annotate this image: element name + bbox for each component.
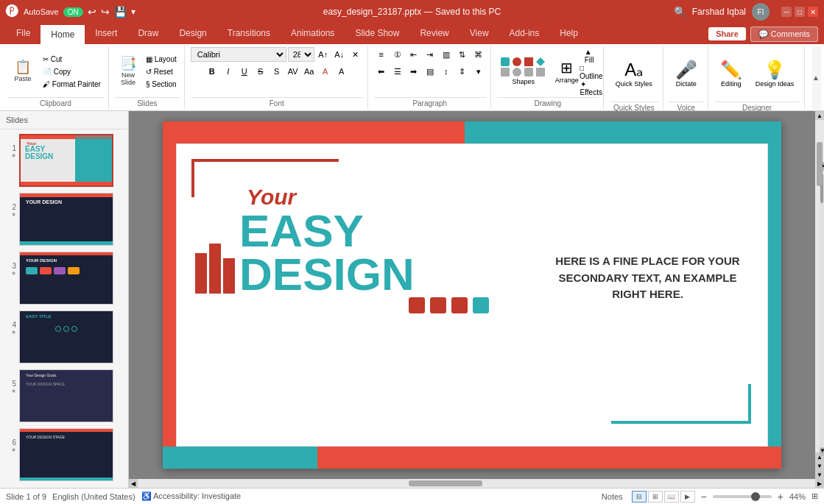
shadow-btn[interactable]: S <box>270 64 284 79</box>
presenter-view-btn[interactable]: ▶ <box>680 491 695 503</box>
font-case-btn[interactable]: Aa <box>302 64 317 79</box>
tab-animations[interactable]: Animations <box>281 24 345 44</box>
quick-access-more[interactable]: ▾ <box>131 7 135 17</box>
search-icon[interactable]: 🔍 <box>674 6 686 18</box>
tab-view[interactable]: View <box>459 24 499 44</box>
tab-file[interactable]: File <box>6 24 41 44</box>
tab-insert[interactable]: Insert <box>85 24 127 44</box>
hscroll-right-btn[interactable]: ▶ <box>815 479 824 488</box>
slide-item[interactable]: 1 ★ Your EASYDESIGN <box>3 132 125 188</box>
editing-button[interactable]: ✏️ Editing <box>714 47 748 100</box>
outdent-btn[interactable]: ⇤ <box>406 47 421 62</box>
tab-design[interactable]: Design <box>169 24 216 44</box>
highlight-btn[interactable]: A <box>334 64 349 79</box>
canvas-scroll-btn3[interactable]: ▼ <box>815 461 824 470</box>
bold-btn[interactable]: B <box>205 64 219 79</box>
comments-button[interactable]: 💬 Comments <box>750 26 818 42</box>
restore-button[interactable]: □ <box>795 7 805 17</box>
strikethrough-btn[interactable]: S <box>253 64 268 79</box>
reset-button[interactable]: ↺ Reset <box>143 66 180 77</box>
shape-fill-btn[interactable]: ▲ Fill <box>584 49 599 63</box>
copy-button[interactable]: 📄 Copy <box>40 66 104 77</box>
align-center-btn[interactable]: ☰ <box>390 64 405 79</box>
zoom-in-btn[interactable]: + <box>778 491 783 503</box>
font-color-btn[interactable]: A <box>318 64 333 79</box>
bullets-btn[interactable]: ≡ <box>374 47 389 62</box>
tab-review[interactable]: Review <box>409 24 459 44</box>
char-spacing-btn[interactable]: AV <box>286 64 300 79</box>
tab-addins[interactable]: Add-ins <box>499 24 550 44</box>
zoom-slider[interactable] <box>713 495 772 498</box>
tab-slideshow[interactable]: Slide Show <box>345 24 409 44</box>
slide-item[interactable]: 4 ★ EASY TITLE <box>3 309 125 365</box>
close-button[interactable]: ✕ <box>808 7 818 17</box>
cut-button[interactable]: ✂ Cut <box>40 54 104 65</box>
redo-btn[interactable]: ↪ <box>101 6 110 18</box>
paste-button[interactable]: 📋 Paste <box>7 57 38 85</box>
layout-button[interactable]: ▦ Layout <box>143 54 180 65</box>
slide-item[interactable]: 5 ★ Your Design Goals YOUR DESIGN SPACE <box>3 368 125 424</box>
logo-bars <box>195 244 235 294</box>
tab-transitions[interactable]: Transitions <box>217 24 281 44</box>
section-button[interactable]: § Section <box>143 79 180 90</box>
text-direction-btn[interactable]: ⇅ <box>455 47 470 62</box>
slide-sorter-btn[interactable]: ⊞ <box>648 491 663 503</box>
font-family-select[interactable]: Calibri <box>191 47 286 62</box>
tab-draw[interactable]: Draw <box>127 24 169 44</box>
justify-btn[interactable]: ▤ <box>423 64 437 79</box>
underline-btn[interactable]: U <box>237 64 252 79</box>
ribbon-collapse-btn[interactable]: ▲ <box>812 74 820 82</box>
quick-styles-button[interactable]: Aₐ Quick Styles <box>610 47 658 100</box>
autosave-toggle[interactable]: ON <box>63 7 83 17</box>
canvas-scroll-down-btn[interactable]: ▼ <box>815 470 824 479</box>
numbering-btn[interactable]: ① <box>390 47 405 62</box>
slide-item[interactable]: 6 ★ YOUR DESIGN STAGE <box>3 427 125 483</box>
slide-star: ★ <box>11 388 16 394</box>
save-btn[interactable]: 💾 <box>114 6 127 18</box>
indent-btn[interactable]: ⇥ <box>423 47 437 62</box>
shapes-button[interactable]: Shapes <box>497 55 550 88</box>
smartart-btn[interactable]: ⌘ <box>471 47 486 62</box>
arrange-button[interactable]: ⊞ Arrange <box>552 57 582 86</box>
fit-btn[interactable]: ⊞ <box>811 491 818 501</box>
design-ideas-button[interactable]: 💡 Design Ideas <box>750 47 800 100</box>
font-decrease-btn[interactable]: A↓ <box>332 47 347 62</box>
tab-help[interactable]: Help <box>549 24 588 44</box>
accessibility-btn[interactable]: ♿ Accessibility: Investigate <box>141 491 242 501</box>
format-painter-button[interactable]: 🖌 Format Painter <box>40 79 104 90</box>
dictate-button[interactable]: 🎤 Dictate <box>669 47 703 100</box>
slide-item[interactable]: 2 ★ YOUR DESIGN <box>3 191 125 247</box>
italic-btn[interactable]: I <box>221 64 236 79</box>
share-button[interactable]: Share <box>708 27 746 40</box>
para-spacing-btn[interactable]: ⇕ <box>455 64 470 79</box>
columns-btn[interactable]: ▥ <box>439 47 454 62</box>
line-spacing-btn[interactable]: ↕ <box>439 64 454 79</box>
zoom-out-btn[interactable]: − <box>701 491 707 503</box>
notes-button[interactable]: Notes <box>599 491 626 502</box>
font-increase-btn[interactable]: A↑ <box>316 47 331 62</box>
normal-view-btn[interactable]: ⊟ <box>632 491 647 503</box>
font-size-select[interactable]: 28 <box>288 47 314 62</box>
ribbon-group-quickstyles: Aₐ Quick Styles Quick Styles <box>605 46 663 109</box>
shape-effects-btn[interactable]: ✦ Effects <box>584 81 599 96</box>
font-clear-btn[interactable]: ✕ <box>348 47 363 62</box>
align-left-btn[interactable]: ⬅ <box>374 64 389 79</box>
tab-home[interactable]: Home <box>41 24 85 44</box>
dot2 <box>430 297 446 313</box>
slide-item[interactable]: 3 ★ YOUR DESIGN <box>3 250 125 306</box>
reading-view-btn[interactable]: 📖 <box>664 491 679 503</box>
new-slide-button[interactable]: 📑 NewSlide <box>115 54 141 89</box>
hscroll-thumb[interactable] <box>409 480 482 486</box>
zoom-slider-thumb[interactable] <box>751 492 760 501</box>
minimize-button[interactable]: ─ <box>781 7 792 17</box>
status-bar: Slide 1 of 9 English (United States) ♿ A… <box>0 488 824 504</box>
canvas-scroll-up-btn[interactable]: ▲ <box>815 111 824 120</box>
shape-outline-btn[interactable]: □ Outline <box>584 65 599 79</box>
para-more-btn[interactable]: ▾ <box>471 64 486 79</box>
canvas-scroll-thumb[interactable] <box>817 142 823 186</box>
arrange-label: Arrange <box>555 77 579 84</box>
canvas-hscroll: ◀ ▶ <box>129 479 824 488</box>
undo-btn[interactable]: ↩ <box>88 6 96 18</box>
hscroll-left-btn[interactable]: ◀ <box>129 479 138 488</box>
align-right-btn[interactable]: ➡ <box>406 64 421 79</box>
